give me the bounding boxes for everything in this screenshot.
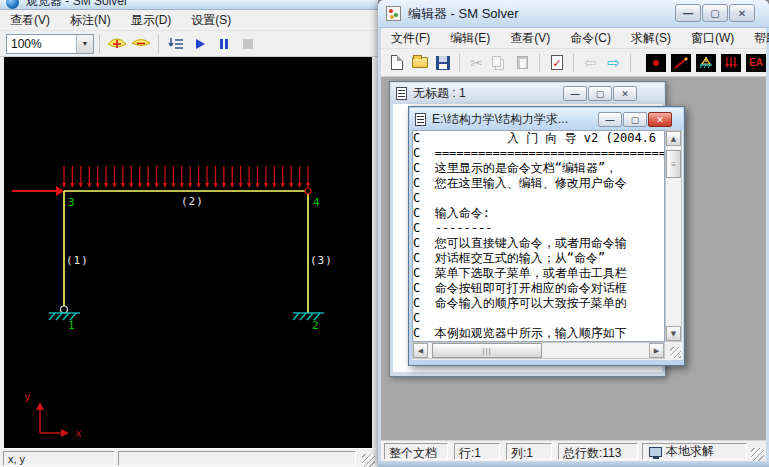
copy-button[interactable] bbox=[488, 52, 511, 74]
viewer-menu-item-1[interactable]: 标注(N) bbox=[60, 10, 121, 31]
viewer-menubar: 查看(V)标注(N)显示(D)设置(S) bbox=[0, 10, 378, 31]
check-commands-button[interactable] bbox=[545, 52, 568, 74]
doc-corner bbox=[665, 342, 682, 359]
load-command-button[interactable] bbox=[721, 54, 741, 72]
node-label-1: 1 bbox=[68, 319, 75, 332]
editor-menu-item-4[interactable]: 求解(S) bbox=[621, 28, 681, 49]
distributed-load-icon bbox=[723, 56, 739, 70]
col-status-panel: 列:1 bbox=[506, 443, 552, 460]
node-command-button[interactable] bbox=[646, 54, 666, 72]
command-text-area[interactable]: C 入 门 向 导 v2 (2004.6C ==================… bbox=[412, 130, 665, 342]
viewer-menu-item-0[interactable]: 查看(V) bbox=[0, 10, 60, 31]
open-file-button[interactable] bbox=[408, 52, 431, 74]
vertical-scrollbar[interactable]: ▲ ≡ ▼ bbox=[665, 130, 682, 342]
cut-button[interactable]: ✂ bbox=[465, 52, 488, 74]
zoom-in-button[interactable] bbox=[105, 34, 129, 54]
play-button[interactable] bbox=[188, 34, 212, 54]
close-button[interactable]: ✕ bbox=[729, 4, 755, 22]
close-button[interactable]: ✕ bbox=[613, 86, 637, 101]
ea-icon: EA bbox=[749, 57, 763, 68]
node-4-hinge-circle bbox=[305, 188, 311, 194]
node-label-3: 3 bbox=[68, 196, 75, 209]
editor-menu-item-5[interactable]: 窗口(W) bbox=[681, 28, 744, 49]
step-icon bbox=[167, 36, 185, 52]
toolbar-separator bbox=[573, 54, 574, 72]
structure-canvas[interactable]: 3 4 1 2 (1) (2) (3) y x bbox=[4, 57, 372, 448]
member-label-2: (2) bbox=[181, 195, 204, 208]
element-command-button[interactable] bbox=[671, 54, 691, 72]
minimize-button[interactable]: — bbox=[563, 86, 587, 101]
node-1-hinge-circle bbox=[61, 306, 68, 313]
viewer-resize-grip[interactable] bbox=[362, 454, 375, 467]
viewer-titlebar[interactable]: 观览器 - SM Solver bbox=[0, 0, 378, 10]
doc-line-11: C 命令按钮即可打开相应的命令对话框 bbox=[413, 281, 664, 296]
restore-button[interactable]: ▢ bbox=[588, 86, 612, 101]
ea-property-button[interactable]: EA bbox=[746, 54, 766, 72]
editor-menubar: 文件(F)编辑(E)查看(V)命令(C)求解(S)窗口(W)帮助(H) bbox=[381, 28, 766, 49]
doc-resize-grip[interactable] bbox=[670, 347, 681, 358]
toolbar-separator bbox=[630, 54, 631, 72]
save-icon bbox=[436, 56, 450, 70]
scroll-left-button[interactable]: ◀ bbox=[413, 343, 428, 358]
new-file-button[interactable] bbox=[385, 52, 408, 74]
editor-menu-item-1[interactable]: 编辑(E) bbox=[440, 28, 500, 49]
node-icon bbox=[651, 58, 661, 68]
minimize-button[interactable]: — bbox=[598, 112, 622, 127]
pause-icon bbox=[218, 38, 230, 50]
doc-title: E:\结构力学\结构力学求... bbox=[432, 111, 568, 128]
scroll-right-button[interactable]: ▶ bbox=[649, 343, 664, 358]
command-document-window[interactable]: E:\结构力学\结构力学求... — ▢ ✕ C 入 门 向 导 v2 (200… bbox=[408, 106, 685, 366]
viewer-app-icon bbox=[6, 0, 19, 9]
save-button[interactable] bbox=[431, 52, 454, 74]
editor-titlebar[interactable]: 编辑器 - SM Solver — ▢ ✕ bbox=[378, 0, 769, 28]
cut-icon: ✂ bbox=[471, 55, 483, 71]
doc-line-6: C 输入命令: bbox=[413, 206, 664, 221]
support-command-button[interactable] bbox=[696, 54, 716, 72]
toolbar-separator bbox=[459, 54, 460, 72]
mdi-client-area: 无标题 : 1 — ▢ ✕ E:\结构力学\结构力学求... — ▢ ✕ C bbox=[381, 77, 766, 440]
editor-menu-item-2[interactable]: 查看(V) bbox=[500, 28, 560, 49]
new-file-icon bbox=[391, 55, 403, 70]
maximize-button[interactable]: ▢ bbox=[702, 4, 728, 22]
restore-button[interactable]: ▢ bbox=[623, 112, 647, 127]
zoom-combobox[interactable]: 100% ▼ bbox=[6, 34, 94, 54]
doc-line-7: C -------- bbox=[413, 221, 664, 236]
close-button[interactable]: ✕ bbox=[648, 112, 672, 127]
back-button[interactable]: ⇦ bbox=[579, 52, 602, 74]
horizontal-force-arrow bbox=[12, 186, 64, 196]
editor-resize-grip[interactable] bbox=[751, 448, 764, 461]
coords-status-panel: x, y bbox=[3, 451, 115, 466]
viewer-title: 观览器 - SM Solver bbox=[26, 0, 378, 10]
minimize-button[interactable]: — bbox=[675, 4, 701, 22]
frame-diagram: 3 4 1 2 (1) (2) (3) y x bbox=[4, 57, 372, 448]
editor-menu-item-0[interactable]: 文件(F) bbox=[381, 28, 440, 49]
viewer-menu-item-2[interactable]: 显示(D) bbox=[121, 10, 182, 31]
forward-button[interactable]: ⇨ bbox=[602, 52, 625, 74]
doc-line-12: C 命令输入的顺序可以大致按子菜单的 bbox=[413, 296, 664, 311]
stop-button[interactable] bbox=[236, 34, 260, 54]
viewer-toolbar: 100% ▼ bbox=[0, 31, 378, 57]
scroll-up-button[interactable]: ▲ bbox=[666, 131, 681, 146]
zoom-out-button[interactable] bbox=[129, 34, 153, 54]
doc-caption-buttons: — ▢ ✕ bbox=[597, 112, 672, 127]
doc-line-4: C 您在这里输入、编辑、修改用户命令 bbox=[413, 176, 664, 191]
document-icon bbox=[396, 87, 407, 100]
editor-app-icon bbox=[386, 6, 401, 21]
viewer-menu-item-3[interactable]: 设置(S) bbox=[181, 10, 241, 31]
editor-menu-item-6[interactable]: 帮助(H) bbox=[744, 28, 769, 49]
horizontal-scrollbar[interactable]: ◀ ||| ▶ bbox=[412, 342, 665, 359]
vertical-scroll-thumb[interactable]: ≡ bbox=[666, 150, 681, 178]
copy-icon bbox=[492, 56, 501, 67]
toolbar-separator bbox=[158, 35, 159, 53]
viewer-window: 观览器 - SM Solver 查看(V)标注(N)显示(D)设置(S) 100… bbox=[0, 0, 378, 467]
paste-button[interactable] bbox=[511, 52, 534, 74]
pause-button[interactable] bbox=[212, 34, 236, 54]
scroll-down-button[interactable]: ▼ bbox=[666, 326, 681, 341]
editor-menu-item-3[interactable]: 命令(C) bbox=[560, 28, 621, 49]
doc-line-9: C 对话框交互式的输入；从“命令” bbox=[413, 251, 664, 266]
step-button[interactable] bbox=[164, 34, 188, 54]
chevron-down-icon[interactable]: ▼ bbox=[76, 35, 93, 53]
horizontal-scroll-thumb[interactable]: ||| bbox=[432, 343, 542, 358]
row-status-panel: 行:1 bbox=[454, 443, 500, 460]
toolbar-separator bbox=[99, 35, 100, 53]
